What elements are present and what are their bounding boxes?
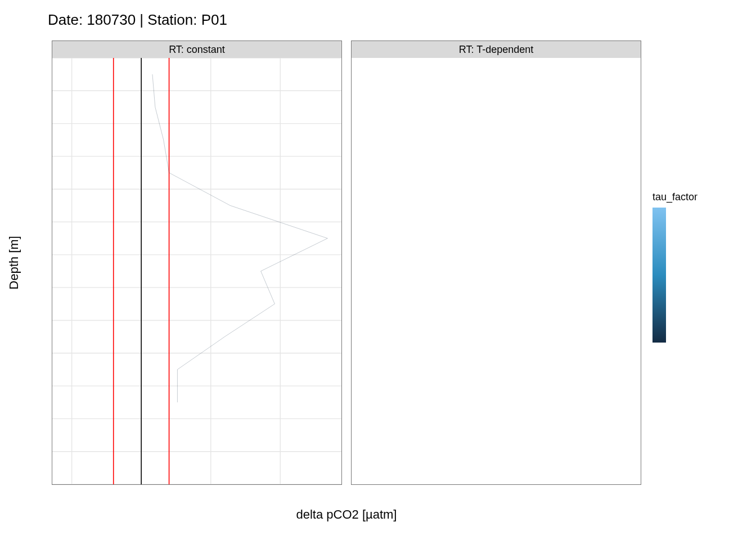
plot-area: RT: constant RT: T-dependent	[52, 40, 641, 485]
x-axis-ticks	[351, 487, 641, 504]
facet-tdependent: RT: T-dependent	[351, 40, 641, 485]
legend-colorbar	[652, 208, 666, 343]
facet-strip: RT: constant	[52, 41, 341, 58]
y-axis-title: Depth [m]	[6, 40, 22, 485]
legend-ticks	[669, 208, 698, 343]
x-axis-ticks	[52, 487, 342, 504]
chart-root: Date: 180730 | Station: P01 Depth [m] RT…	[0, 0, 756, 540]
facet-panel	[352, 58, 641, 484]
facet-constant: RT: constant	[52, 40, 342, 485]
x-axis-title: delta pCO2 [µatm]	[52, 507, 641, 522]
legend-title: tau_factor	[652, 191, 742, 203]
y-axis-ticks	[28, 57, 50, 485]
page-title: Date: 180730 | Station: P01	[48, 11, 227, 29]
facet-panel	[52, 58, 341, 484]
color-legend: tau_factor	[652, 191, 742, 343]
facet-strip: RT: T-dependent	[352, 41, 641, 58]
